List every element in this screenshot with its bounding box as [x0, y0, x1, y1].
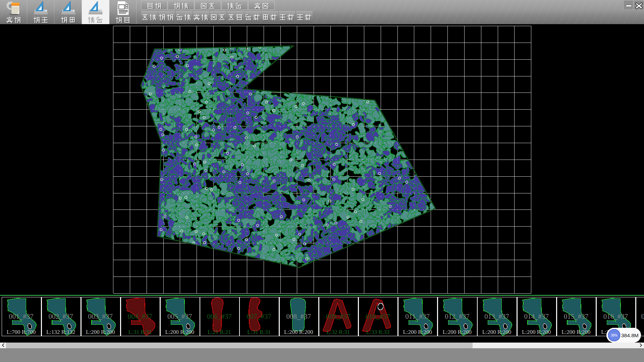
- svg-text:010_#37: 010_#37: [366, 312, 390, 320]
- svg-text:013_#37: 013_#37: [484, 312, 509, 320]
- svg-text:L:33 R:33: L:33 R:33: [366, 329, 389, 335]
- svg-text:38%: 38%: [611, 334, 618, 337]
- svg-text:008_#37: 008_#37: [286, 312, 311, 320]
- svg-text:00: 00: [641, 312, 644, 320]
- svg-text:015_#37: 015_#37: [564, 312, 589, 320]
- svg-text:384.8M: 384.8M: [621, 333, 639, 338]
- svg-text:001_#37: 001_#37: [9, 312, 34, 320]
- svg-text:L:200 R:200: L:200 R:200: [522, 329, 551, 335]
- svg-text:L:200 R:200: L:200 R:200: [403, 329, 432, 335]
- svg-text:007_#37: 007_#37: [247, 312, 271, 320]
- svg-text:L:200 R:200: L:200 R:200: [284, 329, 313, 335]
- svg-text:L:200 R:200: L:200 R:200: [443, 329, 472, 335]
- svg-text:005_#37: 005_#37: [167, 312, 192, 320]
- svg-text:004_#37: 004_#37: [128, 312, 153, 320]
- svg-text:L:132 R:132: L:132 R:132: [46, 329, 75, 335]
- svg-text:009_#37: 009_#37: [326, 312, 351, 320]
- svg-text:014_#37: 014_#37: [524, 312, 549, 320]
- svg-text:L:200 R:200: L:200 R:200: [561, 329, 590, 335]
- svg-text:L:31 R:31: L:31 R:31: [247, 329, 270, 335]
- svg-text:L:21 R:21: L:21 R:21: [208, 329, 231, 335]
- svg-text:L:32 R:31: L:32 R:31: [327, 329, 350, 335]
- svg-text:012_#37: 012_#37: [445, 312, 470, 320]
- svg-text:011_#37: 011_#37: [405, 312, 430, 320]
- svg-text:L:200 R:200: L:200 R:200: [165, 329, 194, 335]
- svg-text:L:700 R:700: L:700 R:700: [7, 329, 36, 335]
- svg-text:L:200 R:200: L:200 R:200: [86, 329, 115, 335]
- svg-text:006_#37: 006_#37: [207, 312, 232, 320]
- svg-text:L:31 R:31: L:31 R:31: [128, 329, 152, 335]
- svg-text:003_#37: 003_#37: [88, 312, 113, 320]
- svg-text:002_#37: 002_#37: [48, 312, 73, 320]
- svg-text:016_#37: 016_#37: [603, 312, 628, 320]
- svg-text:L:200 R:200: L:200 R:200: [482, 329, 511, 335]
